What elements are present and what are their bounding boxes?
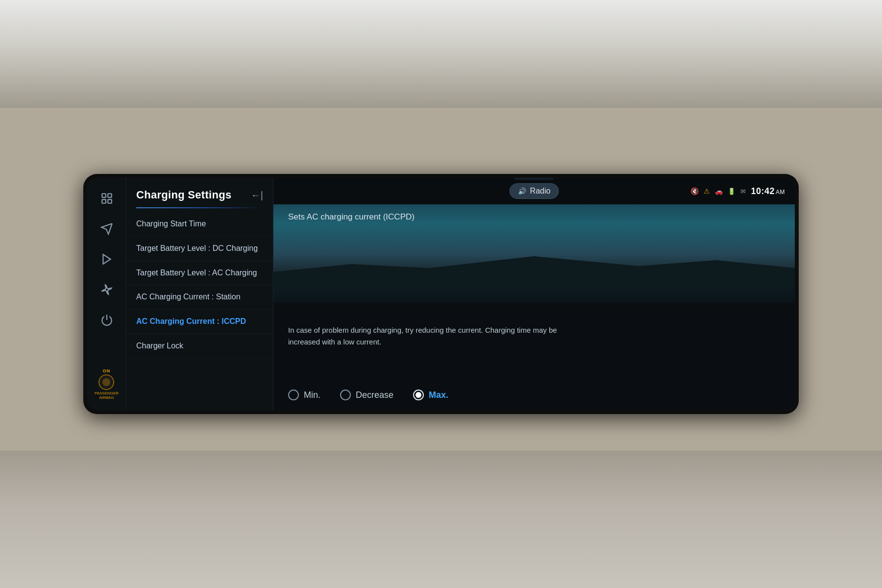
grid-icon[interactable] <box>96 188 118 209</box>
top-center: 🔊 Radio <box>510 183 559 199</box>
screen-bezel: ON PASSENGERAIRBAG Charging Settings ←| … <box>83 174 799 414</box>
option-min[interactable]: Min. <box>288 390 320 400</box>
airbag-on-label: ON <box>103 368 111 373</box>
radio-circle-min <box>288 390 299 400</box>
svg-point-5 <box>105 288 108 292</box>
message-icon: ✉ <box>740 188 746 195</box>
detail-info-text: In case of problem during charging, try … <box>288 324 582 348</box>
back-button[interactable]: ←| <box>251 190 263 201</box>
menu-item-target-dc[interactable]: Target Battery Level : DC Charging <box>126 237 273 261</box>
menu-items: Charging Start Time Target Battery Level… <box>126 212 273 410</box>
detail-panel: In case of problem during charging, try … <box>273 315 795 410</box>
menu-item-charger-lock[interactable]: Charger Lock <box>126 334 273 359</box>
radio-circle-max <box>413 390 424 400</box>
car-icon: 🚗 <box>715 188 723 195</box>
option-decrease-label: Decrease <box>356 390 393 400</box>
top-bar: 🔊 Radio 🔇 ⚠ 🚗 🔋 ✉ 10:42AM <box>273 178 795 204</box>
menu-item-charging-start[interactable]: Charging Start Time <box>126 212 273 237</box>
svg-rect-2 <box>102 199 106 203</box>
fan-icon[interactable] <box>96 279 118 300</box>
sidebar-bottom: ON PASSENGERAIRBAG <box>95 368 119 400</box>
menu-divider <box>136 207 263 208</box>
sound-off-icon: 🔇 <box>690 187 699 195</box>
radio-icon: 🔊 <box>518 187 526 195</box>
sets-label-overlay: Sets AC charging current (ICCPD) <box>273 204 795 230</box>
power-icon[interactable] <box>96 309 118 331</box>
battery-alert-icon: 🔋 <box>728 188 735 195</box>
airbag-text: PASSENGERAIRBAG <box>95 391 119 400</box>
airbag-icon <box>98 374 114 390</box>
menu-item-target-ac[interactable]: Target Battery Level : AC Charging <box>126 261 273 286</box>
menu-panel: Charging Settings ←| Charging Start Time… <box>126 178 273 410</box>
sidebar: ON PASSENGERAIRBAG <box>87 178 126 410</box>
radio-options: Min. Decrease Max. <box>288 390 780 400</box>
menu-item-ac-iccpd[interactable]: AC Charging Current : ICCPD <box>126 310 273 334</box>
option-max-label: Max. <box>429 390 448 400</box>
content-area: 🔊 Radio 🔇 ⚠ 🚗 🔋 ✉ 10:42AM <box>273 178 795 410</box>
sets-label: Sets AC charging current (ICCPD) <box>288 212 415 221</box>
passenger-airbag-indicator: ON PASSENGERAIRBAG <box>95 368 119 400</box>
status-bar: 🔇 ⚠ 🚗 🔋 ✉ 10:42AM <box>690 186 785 196</box>
menu-title: Charging Settings <box>136 189 232 201</box>
menu-item-ac-station[interactable]: AC Charging Current : Station <box>126 285 273 310</box>
warning-icon: ⚠ <box>704 187 710 195</box>
screen: ON PASSENGERAIRBAG Charging Settings ←| … <box>87 178 795 410</box>
option-min-label: Min. <box>304 390 320 400</box>
option-max[interactable]: Max. <box>413 390 448 400</box>
time-display: 10:42AM <box>751 186 785 196</box>
svg-rect-1 <box>108 194 112 197</box>
radio-label: Radio <box>530 187 551 196</box>
radio-button[interactable]: 🔊 Radio <box>510 183 559 199</box>
menu-header: Charging Settings ←| <box>126 178 273 207</box>
option-decrease[interactable]: Decrease <box>340 390 393 400</box>
play-icon[interactable] <box>96 248 118 270</box>
svg-rect-0 <box>102 194 106 197</box>
radio-circle-decrease <box>340 390 351 400</box>
navigation-icon[interactable] <box>96 218 118 240</box>
svg-marker-4 <box>103 254 110 264</box>
svg-rect-3 <box>108 199 112 203</box>
